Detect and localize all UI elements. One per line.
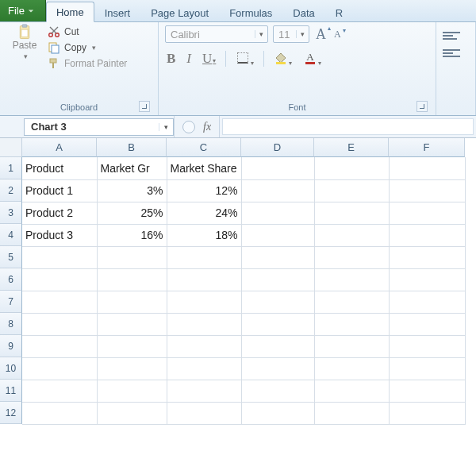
cell[interactable]: 18% bbox=[167, 224, 241, 246]
row-header[interactable]: 9 bbox=[0, 335, 22, 357]
tab-insert[interactable]: Insert bbox=[94, 2, 141, 22]
cell[interactable] bbox=[389, 380, 465, 402]
col-header[interactable]: D bbox=[241, 138, 314, 157]
cell[interactable] bbox=[167, 313, 241, 335]
cell[interactable] bbox=[389, 246, 465, 268]
cell[interactable]: Product 1 bbox=[22, 179, 97, 202]
cell[interactable] bbox=[241, 335, 314, 357]
cell[interactable] bbox=[314, 313, 389, 335]
cell[interactable]: 3% bbox=[97, 179, 167, 202]
cell[interactable] bbox=[241, 380, 314, 402]
cell[interactable] bbox=[241, 291, 314, 313]
cell[interactable] bbox=[97, 268, 167, 291]
cell[interactable] bbox=[314, 357, 389, 380]
cell[interactable] bbox=[97, 335, 167, 357]
font-color-button[interactable]: A ▾ bbox=[301, 51, 323, 67]
cell[interactable] bbox=[22, 335, 97, 357]
cell[interactable] bbox=[167, 402, 241, 424]
tab-data[interactable]: Data bbox=[282, 2, 324, 22]
cell[interactable] bbox=[314, 246, 389, 268]
name-box[interactable]: Chart 3 ▾ bbox=[24, 118, 174, 136]
cell[interactable] bbox=[241, 313, 314, 335]
row-header[interactable]: 5 bbox=[0, 246, 22, 268]
cell[interactable] bbox=[314, 157, 389, 179]
font-dialog-launcher[interactable] bbox=[416, 101, 428, 112]
italic-button[interactable]: I bbox=[185, 51, 193, 67]
format-painter-button[interactable]: Format Painter bbox=[48, 57, 127, 70]
cell[interactable]: 24% bbox=[167, 202, 241, 224]
col-header[interactable]: A bbox=[22, 138, 97, 157]
cell[interactable] bbox=[314, 335, 389, 357]
cell[interactable] bbox=[97, 313, 167, 335]
row-header[interactable]: 4 bbox=[0, 224, 22, 246]
formula-input[interactable] bbox=[222, 118, 474, 135]
col-header[interactable]: F bbox=[389, 138, 465, 157]
align-left-button[interactable] bbox=[443, 49, 460, 57]
cell[interactable] bbox=[389, 202, 465, 224]
cell[interactable] bbox=[22, 380, 97, 402]
tab-page-layout[interactable]: Page Layout bbox=[140, 2, 219, 22]
cell[interactable] bbox=[241, 357, 314, 380]
select-all-corner[interactable] bbox=[0, 138, 22, 157]
clipboard-dialog-launcher[interactable] bbox=[139, 101, 150, 112]
row-header[interactable]: 8 bbox=[0, 313, 22, 335]
cell[interactable] bbox=[97, 246, 167, 268]
cell[interactable] bbox=[167, 291, 241, 313]
cut-button[interactable]: Cut bbox=[48, 25, 127, 38]
cell[interactable] bbox=[167, 357, 241, 380]
cell[interactable] bbox=[167, 246, 241, 268]
cell[interactable]: Market Gr bbox=[97, 157, 167, 179]
cell[interactable]: Product 2 bbox=[22, 202, 97, 224]
row-header[interactable]: 3 bbox=[0, 202, 22, 224]
copy-button[interactable]: Copy ▾ bbox=[48, 41, 127, 54]
cell[interactable] bbox=[314, 202, 389, 224]
cell[interactable] bbox=[167, 335, 241, 357]
row-header[interactable]: 12 bbox=[0, 402, 22, 424]
cell[interactable] bbox=[314, 380, 389, 402]
cell[interactable] bbox=[97, 402, 167, 424]
row-header[interactable]: 10 bbox=[0, 357, 22, 380]
tab-home[interactable]: Home bbox=[46, 2, 94, 22]
align-top-button[interactable] bbox=[443, 32, 460, 40]
shrink-font-button[interactable]: A▾ bbox=[332, 29, 343, 40]
cell[interactable] bbox=[241, 268, 314, 291]
cell[interactable] bbox=[241, 157, 314, 179]
cell[interactable] bbox=[241, 224, 314, 246]
cell[interactable]: 25% bbox=[97, 202, 167, 224]
underline-button[interactable]: U▾ bbox=[201, 51, 217, 67]
cell[interactable] bbox=[22, 246, 97, 268]
cell[interactable] bbox=[389, 402, 465, 424]
bold-button[interactable]: B bbox=[165, 51, 177, 67]
cell[interactable] bbox=[97, 291, 167, 313]
cell[interactable] bbox=[97, 380, 167, 402]
row-header[interactable]: 7 bbox=[0, 291, 22, 313]
cell[interactable]: 16% bbox=[97, 224, 167, 246]
cell[interactable] bbox=[22, 402, 97, 424]
cell[interactable] bbox=[241, 202, 314, 224]
row-header[interactable]: 2 bbox=[0, 179, 22, 202]
cell[interactable] bbox=[389, 224, 465, 246]
cell[interactable]: Product 3 bbox=[22, 224, 97, 246]
font-family-combo[interactable]: Calibri ▾ bbox=[165, 25, 268, 43]
cell[interactable] bbox=[22, 313, 97, 335]
col-header[interactable]: C bbox=[167, 138, 241, 157]
cell[interactable] bbox=[314, 224, 389, 246]
fill-color-button[interactable]: ▾ bbox=[272, 51, 294, 67]
font-size-combo[interactable]: 11 ▾ bbox=[273, 25, 309, 43]
row-header[interactable]: 6 bbox=[0, 268, 22, 291]
cell[interactable] bbox=[97, 357, 167, 380]
cell[interactable] bbox=[314, 268, 389, 291]
row-header[interactable]: 11 bbox=[0, 380, 22, 402]
fx-icon[interactable]: fx bbox=[203, 121, 211, 133]
cell[interactable]: Market Share bbox=[167, 157, 241, 179]
cell[interactable] bbox=[389, 357, 465, 380]
cell[interactable]: 12% bbox=[167, 179, 241, 202]
cell[interactable] bbox=[167, 380, 241, 402]
cell[interactable] bbox=[389, 335, 465, 357]
cell[interactable] bbox=[22, 357, 97, 380]
cell[interactable] bbox=[389, 179, 465, 202]
cell[interactable] bbox=[389, 268, 465, 291]
cell[interactable]: Product bbox=[22, 157, 97, 179]
cell[interactable] bbox=[389, 313, 465, 335]
cell[interactable] bbox=[241, 179, 314, 202]
